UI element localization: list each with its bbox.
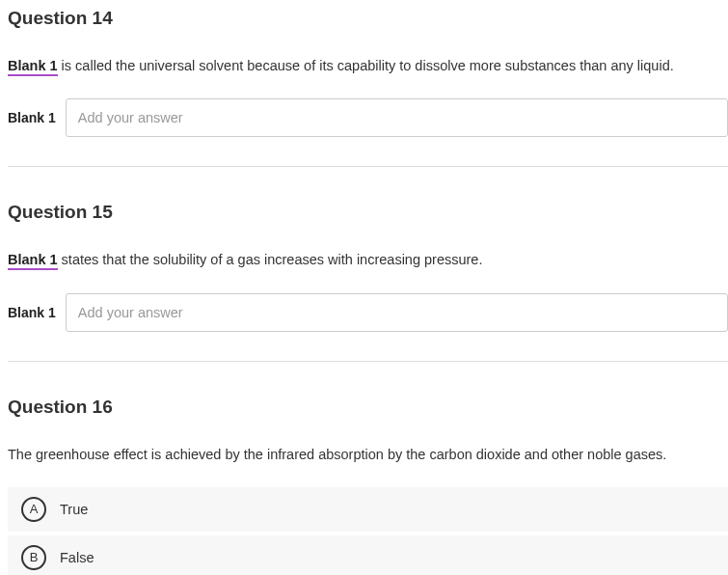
option-letter-circle: B xyxy=(21,545,46,570)
option-label: True xyxy=(60,502,88,517)
divider xyxy=(8,166,728,167)
question-text-after: states that the solubility of a gas incr… xyxy=(58,252,483,267)
question-16: Question 16 The greenhouse effect is ach… xyxy=(8,397,728,575)
question-title: Question 15 xyxy=(8,202,728,223)
question-text: Blank 1 states that the solubility of a … xyxy=(8,250,728,269)
answer-row: Blank 1 xyxy=(8,293,728,332)
option-letter-circle: A xyxy=(21,497,46,522)
question-15: Question 15 Blank 1 states that the solu… xyxy=(8,202,728,361)
question-title: Question 14 xyxy=(8,8,728,29)
blank-1-input[interactable] xyxy=(66,293,728,332)
answer-row: Blank 1 xyxy=(8,98,728,137)
option-a[interactable]: A True xyxy=(8,487,728,532)
divider xyxy=(8,361,728,362)
blank-tag: Blank 1 xyxy=(8,252,58,270)
blank-tag: Blank 1 xyxy=(8,58,58,76)
question-14: Question 14 Blank 1 is called the univer… xyxy=(8,8,728,167)
question-prompt: The greenhouse effect is achieved by the… xyxy=(8,445,728,464)
option-label: False xyxy=(60,550,94,565)
question-text: Blank 1 is called the universal solvent … xyxy=(8,56,728,75)
option-b[interactable]: B False xyxy=(8,535,728,575)
question-text-after: is called the universal solvent because … xyxy=(58,58,674,73)
question-title: Question 16 xyxy=(8,397,728,418)
blank-1-input[interactable] xyxy=(66,98,728,137)
answer-label: Blank 1 xyxy=(8,305,56,320)
answer-label: Blank 1 xyxy=(8,110,56,125)
